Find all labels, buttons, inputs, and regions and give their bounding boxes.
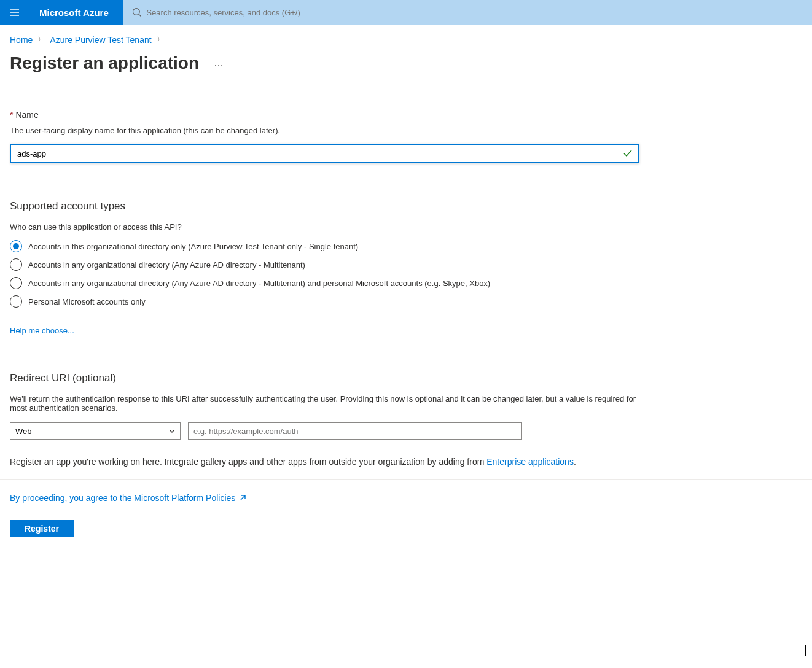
- hamburger-icon: [9, 7, 20, 18]
- search-input[interactable]: [146, 1, 803, 23]
- register-button[interactable]: Register: [10, 520, 74, 537]
- redirect-uri-row: [10, 422, 802, 440]
- external-link-icon: [239, 494, 246, 502]
- policies-link-text: By proceeding, you agree to the Microsof…: [10, 493, 235, 503]
- chevron-right-icon: 〉: [37, 34, 45, 45]
- more-actions-button[interactable]: …: [214, 58, 225, 69]
- radio-button-icon: [10, 240, 22, 252]
- name-input[interactable]: [10, 144, 639, 163]
- register-footer-text: Register an app you're working on here. …: [10, 457, 802, 467]
- search-container: [123, 0, 812, 25]
- breadcrumb-home[interactable]: Home: [10, 35, 33, 45]
- radio-button-icon: [10, 258, 22, 271]
- radio-label: Personal Microsoft accounts only: [28, 297, 146, 306]
- name-input-wrapper: [10, 144, 639, 163]
- name-description: The user-facing display name for this ap…: [10, 126, 802, 135]
- account-types-title: Supported account types: [10, 200, 802, 212]
- platform-select[interactable]: [10, 422, 181, 440]
- enterprise-applications-link[interactable]: Enterprise applications: [486, 457, 574, 467]
- radio-multitenant-personal[interactable]: Accounts in any organizational directory…: [10, 277, 802, 289]
- svg-line-4: [139, 14, 141, 17]
- radio-personal-only[interactable]: Personal Microsoft accounts only: [10, 295, 802, 308]
- redirect-uri-description: We'll return the authentication response…: [10, 394, 636, 413]
- radio-single-tenant[interactable]: Accounts in this organizational director…: [10, 240, 802, 252]
- platform-policies-link[interactable]: By proceeding, you agree to the Microsof…: [10, 493, 246, 503]
- checkmark-icon: [623, 149, 633, 158]
- hamburger-menu-button[interactable]: [0, 0, 29, 25]
- platform-select-wrapper: [10, 422, 181, 440]
- radio-label: Accounts in this organizational director…: [28, 242, 358, 251]
- breadcrumb: Home 〉 Azure Purview Test Tenant 〉: [10, 34, 802, 45]
- divider: [0, 479, 812, 480]
- redirect-uri-input[interactable]: [188, 422, 522, 440]
- topbar: Microsoft Azure: [0, 0, 812, 25]
- radio-label: Accounts in any organizational directory…: [28, 279, 490, 288]
- radio-button-icon: [10, 295, 22, 308]
- svg-point-3: [133, 9, 139, 15]
- account-types-radio-group: Accounts in this organizational director…: [10, 240, 802, 308]
- help-me-choose-link[interactable]: Help me choose...: [10, 326, 74, 335]
- radio-multitenant[interactable]: Accounts in any organizational directory…: [10, 258, 802, 271]
- radio-button-icon: [10, 277, 22, 289]
- required-indicator: *: [10, 110, 13, 120]
- account-types-question: Who can use this application or access t…: [10, 222, 802, 231]
- redirect-uri-title: Redirect URI (optional): [10, 372, 802, 384]
- page-title: Register an application: [10, 53, 199, 73]
- page-header: Register an application …: [10, 53, 802, 73]
- brand-label[interactable]: Microsoft Azure: [29, 0, 123, 25]
- name-label-text: Name: [15, 110, 38, 120]
- chevron-right-icon: 〉: [157, 34, 164, 45]
- name-label: * Name: [10, 110, 802, 120]
- content-area: Home 〉 Azure Purview Test Tenant 〉 Regis…: [0, 25, 812, 550]
- breadcrumb-tenant[interactable]: Azure Purview Test Tenant: [50, 35, 151, 45]
- search-icon: [132, 7, 142, 17]
- radio-label: Accounts in any organizational directory…: [28, 260, 305, 270]
